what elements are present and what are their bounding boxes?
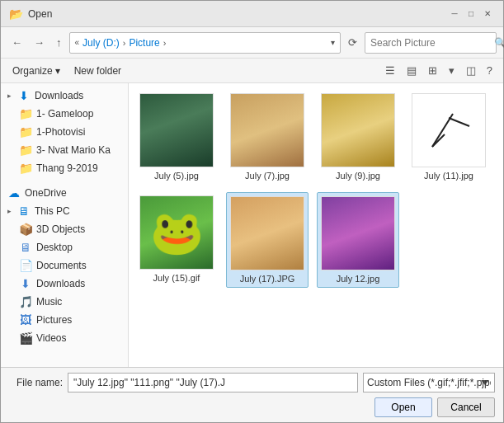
expand-arrow: ▸ (7, 207, 12, 215)
file-label: July (7).jpg (245, 171, 290, 181)
main-area: ▸ ⬇ Downloads 📁 1- Gameloop 📁 1-Photovis… (1, 83, 503, 367)
sidebar-item-documents[interactable]: 📄 Documents (1, 256, 128, 275)
file-item-july9[interactable]: July (9).jpg (317, 90, 399, 184)
sidebar-item-pictures[interactable]: 🖼 Pictures (1, 311, 128, 329)
folder-icon: 📁 (19, 162, 32, 175)
sidebar-item-label: Thang 9-2019 (36, 162, 98, 174)
title-bar-buttons: ─ □ ✕ (447, 7, 495, 21)
videos-icon: 🎬 (19, 331, 32, 345)
expand-arrow: ▸ (7, 92, 12, 100)
help-button[interactable]: ? (483, 63, 497, 78)
downloads-icon: ⬇ (19, 277, 32, 290)
forward-button[interactable]: → (30, 34, 49, 51)
file-label: July (11).jpg (424, 171, 473, 181)
file-item-july11[interactable]: July (11).jpg (407, 90, 490, 184)
sidebar-item-label: Downloads (36, 278, 85, 289)
breadcrumb: « July (D:) › Picture › ▾ (69, 32, 341, 54)
up-button[interactable]: ↑ (52, 34, 66, 51)
filetype-dropdown[interactable]: Custom Files (*.gif;*.jfif;*.pjpeg... (363, 373, 495, 392)
file-label: July (9).jpg (336, 171, 380, 181)
back-button[interactable]: ← (7, 34, 26, 51)
filename-input[interactable] (68, 373, 358, 392)
folder-icon: 📁 (19, 107, 32, 120)
3dobjects-icon: 📦 (19, 223, 32, 236)
sidebar-item-downloads-root[interactable]: ▸ ⬇ Downloads (1, 87, 128, 105)
toolbar: Organize ▾ New folder ☰ ▤ ⊞ ▾ ◫ ? (1, 59, 503, 83)
file-label: July 12.jpg (337, 274, 380, 284)
title-bar-left: 📂 Open (9, 7, 52, 21)
cancel-button[interactable]: Cancel (437, 397, 495, 417)
onedrive-icon: ☁ (7, 186, 21, 200)
sidebar-item-downloads[interactable]: ⬇ Downloads (1, 275, 128, 293)
file-item-july7[interactable]: July (7).jpg (226, 90, 309, 184)
breadcrumb-drive[interactable]: July (D:) (82, 37, 120, 49)
filename-row: File name: Custom Files (*.gif;*.jfif;*.… (9, 373, 495, 392)
breadcrumb-sep-1: › (123, 38, 126, 48)
sidebar: ▸ ⬇ Downloads 📁 1- Gameloop 📁 1-Photovis… (1, 83, 129, 367)
sidebar-item-mario[interactable]: 📁 3- Nvat Mario Ka (1, 141, 128, 159)
thumbnail-july5 (139, 93, 214, 167)
sidebar-item-3dobjects[interactable]: 📦 3D Objects (1, 220, 128, 238)
minimize-button[interactable]: ─ (447, 7, 462, 21)
open-dialog: 📂 Open ─ □ ✕ ← → ↑ « July (D:) › Picture… (0, 0, 504, 423)
file-label: July (5).jpg (154, 171, 199, 181)
desktop-icon: 🖥 (19, 241, 32, 254)
sidebar-item-onedrive[interactable]: ☁ OneDrive (1, 184, 128, 202)
new-folder-button[interactable]: New folder (70, 63, 125, 78)
file-item-july17[interactable]: July (17).JPG (226, 192, 309, 288)
view-icons: ☰ ▤ ⊞ ▾ ◫ ? (380, 62, 497, 79)
thumbnail-july7 (230, 93, 304, 167)
sidebar-item-desktop[interactable]: 🖥 Desktop (1, 238, 128, 256)
thumbnail-july17 (230, 196, 304, 270)
breadcrumb-folder[interactable]: Picture (129, 37, 159, 49)
view-details-button[interactable]: ▤ (402, 62, 422, 79)
file-item-july5[interactable]: July (5).jpg (135, 90, 218, 184)
maximize-button[interactable]: □ (464, 7, 478, 21)
svg-line-1 (449, 118, 469, 126)
refresh-button[interactable]: ⟳ (344, 34, 361, 51)
file-item-july15[interactable]: 🐸 July (15).gif (135, 192, 218, 288)
thumbnail-july12 (321, 196, 395, 270)
bottom-bar: File name: Custom Files (*.gif;*.jfif;*.… (1, 367, 503, 422)
folder-icon: 📁 (19, 143, 32, 157)
sidebar-item-label: Desktop (36, 242, 73, 253)
downloads-icon: ⬇ (17, 89, 31, 102)
sidebar-item-videos[interactable]: 🎬 Videos (1, 329, 128, 347)
breadcrumb-left-arrow: « (75, 38, 80, 47)
sidebar-item-label: OneDrive (25, 187, 67, 199)
view-dropdown-button[interactable]: ▾ (444, 62, 459, 79)
file-item-july12[interactable]: July 12.jpg (317, 192, 399, 288)
sidebar-item-label: 1- Gameloop (36, 108, 93, 120)
organize-button[interactable]: Organize ▾ (7, 63, 65, 79)
breadcrumb-sep-2: › (163, 38, 167, 48)
sidebar-item-label: 1-Photovisi (36, 126, 85, 138)
organize-arrow: ▾ (55, 65, 60, 77)
sidebar-item-label: Music (36, 296, 62, 308)
view-grid-button[interactable]: ⊞ (423, 62, 442, 79)
sidebar-item-label: 3- Nvat Mario Ka (36, 144, 111, 156)
preview-button[interactable]: ◫ (461, 62, 481, 79)
sword-graphic (424, 106, 473, 155)
search-input[interactable] (370, 37, 494, 49)
sidebar-item-thispc[interactable]: ▸ 🖥 This PC (1, 202, 128, 220)
file-label: July (15).gif (153, 273, 200, 283)
thumbnail-july15: 🐸 (139, 195, 214, 270)
sidebar-item-music[interactable]: 🎵 Music (1, 293, 128, 311)
sidebar-item-label: Downloads (35, 90, 83, 101)
sidebar-item-photovisi[interactable]: 📁 1-Photovisi (1, 123, 128, 141)
title-bar: 📂 Open ─ □ ✕ (1, 1, 503, 27)
search-icon: 🔍 (494, 37, 504, 49)
sidebar-item-gameloop[interactable]: 📁 1- Gameloop (1, 105, 128, 123)
open-button[interactable]: Open (374, 397, 432, 417)
close-button[interactable]: ✕ (480, 7, 495, 21)
action-row: Open Cancel (9, 397, 495, 417)
organize-label: Organize (12, 65, 53, 77)
sidebar-item-thang[interactable]: 📁 Thang 9-2019 (1, 159, 128, 177)
folder-icon: 📁 (19, 125, 32, 139)
breadcrumb-dropdown-arrow[interactable]: ▾ (331, 38, 335, 47)
dialog-icon: 📂 (9, 7, 23, 21)
sidebar-item-label: This PC (35, 205, 70, 217)
search-box: 🔍 (365, 32, 497, 54)
view-list-button[interactable]: ☰ (380, 62, 400, 79)
thispc-icon: 🖥 (17, 204, 31, 218)
